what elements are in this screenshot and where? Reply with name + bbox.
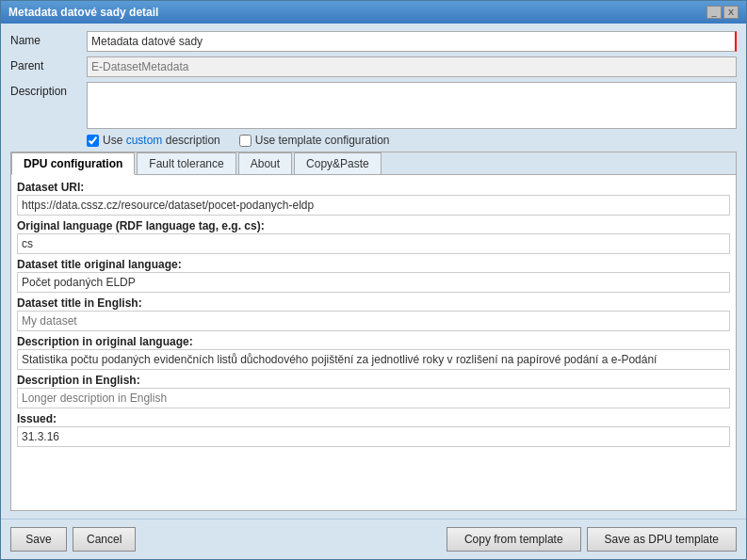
tab-copy-paste[interactable]: Copy&Paste [294, 152, 382, 174]
tabs-with-scroll: Dataset URI: Original language (RDF lang… [11, 175, 736, 510]
window-controls: _ X [706, 6, 739, 19]
description-english-label: Description in English: [17, 372, 730, 388]
name-label: Name [10, 31, 81, 47]
original-language-input[interactable] [17, 233, 730, 254]
use-template-configuration-text: Use template configuration [255, 134, 390, 147]
close-button[interactable]: X [723, 6, 739, 19]
description-textarea[interactable] [87, 82, 737, 129]
dataset-title-english-label: Dataset title in English: [17, 295, 730, 311]
use-custom-description-text: Use custom description [103, 134, 220, 147]
dataset-uri-input[interactable] [17, 195, 730, 216]
window-title: Metadata datové sady detail [8, 6, 158, 19]
description-original-label: Description in original language: [17, 333, 730, 349]
description-row: Description [10, 82, 737, 129]
minimize-button[interactable]: _ [706, 6, 722, 19]
tabs-header: DPU configuration Fault tolerance About … [11, 152, 736, 175]
tab-fault-tolerance[interactable]: Fault tolerance [137, 152, 235, 174]
parent-input[interactable] [87, 56, 737, 77]
tab-dpu-configuration[interactable]: DPU configuration [11, 152, 135, 175]
main-window: Metadata datové sady detail _ X Name Par… [0, 0, 747, 560]
btn-group-right: Copy from template Save as DPU template [447, 527, 737, 552]
name-input[interactable] [87, 31, 737, 52]
dataset-title-original-input[interactable] [17, 272, 730, 293]
use-custom-description-label[interactable]: Use custom description [87, 134, 220, 147]
description-original-input[interactable] [17, 349, 730, 370]
bottom-bar: Save Cancel Copy from template Save as D… [1, 519, 746, 559]
tabs-container: DPU configuration Fault tolerance About … [10, 152, 737, 511]
save-as-dpu-template-button[interactable]: Save as DPU template [587, 527, 737, 552]
issued-input[interactable] [17, 426, 730, 447]
name-row: Name [10, 31, 737, 52]
dataset-title-english-input[interactable] [17, 311, 730, 331]
description-label: Description [10, 82, 81, 98]
tab-content-dpu-configuration: Dataset URI: Original language (RDF lang… [11, 175, 736, 510]
issued-label: Issued: [17, 410, 730, 426]
cancel-button[interactable]: Cancel [73, 527, 136, 552]
parent-row: Parent [10, 56, 737, 77]
use-custom-description-checkbox[interactable] [87, 135, 99, 147]
checkboxes-row: Use custom description Use template conf… [10, 134, 737, 147]
btn-group-left: Save Cancel [10, 527, 136, 552]
copy-from-template-button[interactable]: Copy from template [447, 527, 581, 552]
original-language-label: Original language (RDF language tag, e.g… [17, 217, 730, 233]
use-template-configuration-checkbox[interactable] [239, 135, 252, 147]
use-template-configuration-label[interactable]: Use template configuration [239, 134, 390, 147]
dataset-title-original-label: Dataset title original language: [17, 256, 730, 272]
tab-about[interactable]: About [238, 152, 292, 174]
title-bar: Metadata datové sady detail _ X [1, 1, 746, 24]
dataset-uri-label: Dataset URI: [17, 179, 730, 195]
parent-label: Parent [10, 56, 81, 72]
save-button[interactable]: Save [10, 527, 67, 552]
description-english-input[interactable] [17, 388, 730, 408]
form-content: Name Parent Description Use custom descr… [1, 24, 746, 519]
